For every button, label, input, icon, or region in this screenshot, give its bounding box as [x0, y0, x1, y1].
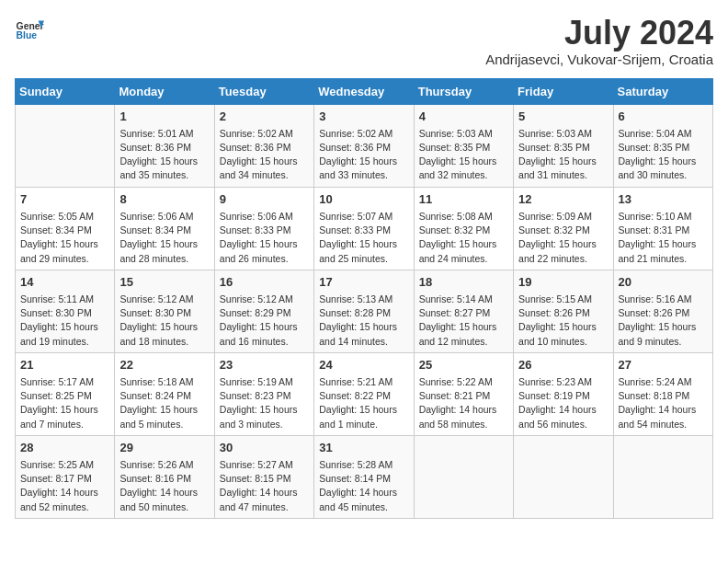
month-year: July 2024: [485, 15, 713, 52]
calendar-cell: 13Sunrise: 5:10 AM Sunset: 8:31 PM Dayli…: [613, 187, 712, 270]
day-number: 12: [518, 191, 608, 208]
day-info: Sunrise: 5:15 AM Sunset: 8:26 PM Dayligh…: [518, 293, 608, 349]
day-header-saturday: Saturday: [613, 78, 712, 104]
day-number: 22: [119, 357, 209, 373]
day-number: 8: [119, 191, 209, 208]
day-header-thursday: Thursday: [414, 78, 513, 104]
day-number: 2: [220, 109, 309, 125]
week-row-2: 14Sunrise: 5:11 AM Sunset: 8:30 PM Dayli…: [16, 270, 713, 352]
day-number: 6: [619, 109, 708, 125]
calendar-cell: 12Sunrise: 5:09 AM Sunset: 8:32 PM Dayli…: [514, 187, 613, 270]
calendar-cell: 5Sunrise: 5:03 AM Sunset: 8:35 PM Daylig…: [514, 104, 613, 187]
day-info: Sunrise: 5:07 AM Sunset: 8:33 PM Dayligh…: [319, 210, 408, 266]
calendar-cell: 29Sunrise: 5:26 AM Sunset: 8:16 PM Dayli…: [115, 435, 214, 518]
day-info: Sunrise: 5:23 AM Sunset: 8:19 PM Dayligh…: [518, 375, 608, 431]
day-info: Sunrise: 5:21 AM Sunset: 8:22 PM Dayligh…: [319, 375, 408, 431]
day-info: Sunrise: 5:05 AM Sunset: 8:34 PM Dayligh…: [20, 210, 109, 266]
calendar-cell: 19Sunrise: 5:15 AM Sunset: 8:26 PM Dayli…: [514, 270, 613, 352]
day-info: Sunrise: 5:17 AM Sunset: 8:25 PM Dayligh…: [20, 375, 109, 431]
title-block: July 2024 Andrijasevci, Vukovar-Srijem, …: [485, 15, 713, 67]
svg-text:Blue: Blue: [17, 30, 38, 40]
day-number: 26: [518, 357, 608, 373]
day-info: Sunrise: 5:06 AM Sunset: 8:33 PM Dayligh…: [220, 210, 309, 266]
day-number: 23: [220, 357, 309, 373]
day-number: 19: [518, 274, 608, 291]
day-header-monday: Monday: [115, 78, 214, 104]
day-info: Sunrise: 5:03 AM Sunset: 8:35 PM Dayligh…: [419, 127, 508, 183]
calendar-cell: 20Sunrise: 5:16 AM Sunset: 8:26 PM Dayli…: [613, 270, 712, 352]
calendar-cell: [16, 104, 115, 187]
day-number: 29: [119, 440, 209, 456]
calendar-cell: 16Sunrise: 5:12 AM Sunset: 8:29 PM Dayli…: [214, 270, 313, 352]
day-info: Sunrise: 5:06 AM Sunset: 8:34 PM Dayligh…: [119, 210, 209, 266]
day-info: Sunrise: 5:12 AM Sunset: 8:29 PM Dayligh…: [220, 293, 309, 349]
calendar-cell: 2Sunrise: 5:02 AM Sunset: 8:36 PM Daylig…: [214, 104, 313, 187]
day-info: Sunrise: 5:14 AM Sunset: 8:27 PM Dayligh…: [419, 293, 508, 349]
day-info: Sunrise: 5:24 AM Sunset: 8:18 PM Dayligh…: [619, 375, 708, 431]
calendar-cell: 26Sunrise: 5:23 AM Sunset: 8:19 PM Dayli…: [514, 352, 613, 435]
calendar-cell: 31Sunrise: 5:28 AM Sunset: 8:14 PM Dayli…: [314, 435, 414, 518]
calendar-cell: 10Sunrise: 5:07 AM Sunset: 8:33 PM Dayli…: [314, 187, 414, 270]
day-info: Sunrise: 5:04 AM Sunset: 8:35 PM Dayligh…: [619, 127, 708, 183]
calendar-cell: 24Sunrise: 5:21 AM Sunset: 8:22 PM Dayli…: [314, 352, 414, 435]
location: Andrijasevci, Vukovar-Srijem, Croatia: [485, 52, 713, 67]
calendar-cell: 11Sunrise: 5:08 AM Sunset: 8:32 PM Dayli…: [414, 187, 513, 270]
day-number: 25: [419, 357, 508, 373]
calendar-cell: 22Sunrise: 5:18 AM Sunset: 8:24 PM Dayli…: [115, 352, 214, 435]
calendar-cell: 3Sunrise: 5:02 AM Sunset: 8:36 PM Daylig…: [314, 104, 414, 187]
calendar-cell: 4Sunrise: 5:03 AM Sunset: 8:35 PM Daylig…: [414, 104, 513, 187]
week-row-4: 28Sunrise: 5:25 AM Sunset: 8:17 PM Dayli…: [16, 435, 713, 518]
day-info: Sunrise: 5:25 AM Sunset: 8:17 PM Dayligh…: [20, 458, 109, 514]
day-number: 13: [619, 191, 708, 208]
day-info: Sunrise: 5:19 AM Sunset: 8:23 PM Dayligh…: [220, 375, 309, 431]
day-number: 14: [20, 274, 109, 291]
calendar-cell: 17Sunrise: 5:13 AM Sunset: 8:28 PM Dayli…: [314, 270, 414, 352]
day-info: Sunrise: 5:28 AM Sunset: 8:14 PM Dayligh…: [319, 458, 408, 514]
day-number: 5: [518, 109, 608, 125]
day-header-wednesday: Wednesday: [314, 78, 414, 104]
day-number: 1: [119, 109, 209, 125]
day-header-tuesday: Tuesday: [214, 78, 313, 104]
day-info: Sunrise: 5:11 AM Sunset: 8:30 PM Dayligh…: [20, 293, 109, 349]
day-info: Sunrise: 5:22 AM Sunset: 8:21 PM Dayligh…: [419, 375, 508, 431]
day-number: 7: [20, 191, 109, 208]
calendar-cell: [613, 435, 712, 518]
day-number: 28: [20, 440, 109, 456]
day-number: 20: [619, 274, 708, 291]
day-number: 15: [119, 274, 209, 291]
day-info: Sunrise: 5:18 AM Sunset: 8:24 PM Dayligh…: [119, 375, 209, 431]
day-info: Sunrise: 5:08 AM Sunset: 8:32 PM Dayligh…: [419, 210, 508, 266]
page-header: General Blue July 2024 Andrijasevci, Vuk…: [15, 15, 713, 67]
day-header-friday: Friday: [514, 78, 613, 104]
day-number: 4: [419, 109, 508, 125]
calendar-cell: 23Sunrise: 5:19 AM Sunset: 8:23 PM Dayli…: [214, 352, 313, 435]
day-info: Sunrise: 5:01 AM Sunset: 8:36 PM Dayligh…: [119, 127, 209, 183]
calendar-cell: [514, 435, 613, 518]
calendar-cell: 8Sunrise: 5:06 AM Sunset: 8:34 PM Daylig…: [115, 187, 214, 270]
calendar-cell: 21Sunrise: 5:17 AM Sunset: 8:25 PM Dayli…: [16, 352, 115, 435]
day-info: Sunrise: 5:10 AM Sunset: 8:31 PM Dayligh…: [619, 210, 708, 266]
day-number: 31: [319, 440, 408, 456]
week-row-0: 1Sunrise: 5:01 AM Sunset: 8:36 PM Daylig…: [16, 104, 713, 187]
day-number: 17: [319, 274, 408, 291]
calendar-table: SundayMondayTuesdayWednesdayThursdayFrid…: [15, 78, 713, 519]
day-info: Sunrise: 5:02 AM Sunset: 8:36 PM Dayligh…: [319, 127, 408, 183]
calendar-cell: 28Sunrise: 5:25 AM Sunset: 8:17 PM Dayli…: [16, 435, 115, 518]
day-number: 9: [220, 191, 309, 208]
calendar-cell: 15Sunrise: 5:12 AM Sunset: 8:30 PM Dayli…: [115, 270, 214, 352]
calendar-cell: 6Sunrise: 5:04 AM Sunset: 8:35 PM Daylig…: [613, 104, 712, 187]
day-info: Sunrise: 5:27 AM Sunset: 8:15 PM Dayligh…: [220, 458, 309, 514]
day-header-sunday: Sunday: [16, 78, 115, 104]
calendar-cell: [414, 435, 513, 518]
day-number: 24: [319, 357, 408, 373]
week-row-1: 7Sunrise: 5:05 AM Sunset: 8:34 PM Daylig…: [16, 187, 713, 270]
day-number: 16: [220, 274, 309, 291]
calendar-cell: 14Sunrise: 5:11 AM Sunset: 8:30 PM Dayli…: [16, 270, 115, 352]
calendar-cell: 25Sunrise: 5:22 AM Sunset: 8:21 PM Dayli…: [414, 352, 513, 435]
day-number: 11: [419, 191, 508, 208]
day-info: Sunrise: 5:26 AM Sunset: 8:16 PM Dayligh…: [119, 458, 209, 514]
day-number: 3: [319, 109, 408, 125]
logo-icon: General Blue: [15, 15, 44, 44]
calendar-cell: 27Sunrise: 5:24 AM Sunset: 8:18 PM Dayli…: [613, 352, 712, 435]
calendar-cell: 9Sunrise: 5:06 AM Sunset: 8:33 PM Daylig…: [214, 187, 313, 270]
